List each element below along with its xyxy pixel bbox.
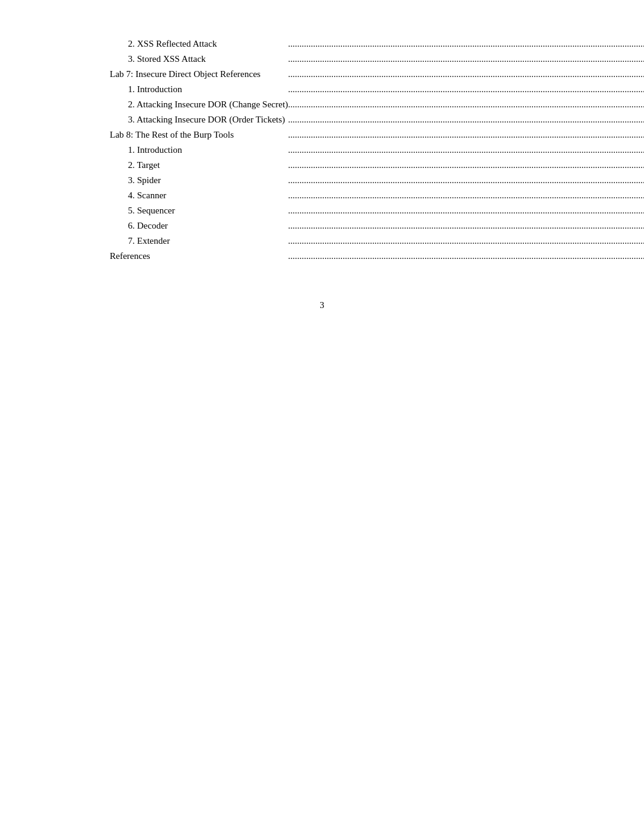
toc-row: 3. Stored XSS Attack67 <box>110 52 644 67</box>
toc-label: 3. Stored XSS Attack <box>110 52 288 67</box>
dot-leader <box>288 99 644 110</box>
dot-leader <box>288 130 644 140</box>
toc-label: Lab 8: The Rest of the Burp Tools <box>110 127 288 143</box>
dot-leader <box>288 54 644 64</box>
toc-row: References94 <box>110 249 644 264</box>
toc-row: 6. Decoder87 <box>110 218 644 233</box>
toc-row: 1. Introduction78 <box>110 143 644 158</box>
toc-label: Lab 7: Insecure Direct Object References <box>110 67 288 82</box>
toc-dots <box>288 249 644 264</box>
toc-row: 1. Introduction72 <box>110 82 644 97</box>
toc-label: 2. XSS Reflected Attack <box>110 36 288 52</box>
toc-row: 2. Target78 <box>110 158 644 173</box>
toc-dots <box>288 112 644 127</box>
toc-dots <box>288 188 644 203</box>
dot-leader <box>288 236 644 246</box>
toc-label: 1. Introduction <box>110 82 288 97</box>
toc-row: Lab 7: Insecure Direct Object References… <box>110 67 644 82</box>
toc-row: 2. Attacking Insecure DOR (Change Secret… <box>110 97 644 112</box>
toc-label: 7. Extender <box>110 233 288 249</box>
toc-row: Lab 8: The Rest of the Burp Tools78 <box>110 127 644 143</box>
toc-label: 5. Sequencer <box>110 203 288 218</box>
toc-dots <box>288 143 644 158</box>
page-footer: 3 <box>110 300 534 310</box>
toc-label: 1. Introduction <box>110 143 288 158</box>
toc-dots <box>288 233 644 249</box>
dot-leader <box>288 145 644 155</box>
dot-leader <box>288 221 644 231</box>
dot-leader <box>288 160 644 170</box>
dot-leader <box>288 190 644 201</box>
toc-dots <box>288 173 644 188</box>
toc-row: 2. XSS Reflected Attack61 <box>110 36 644 52</box>
toc-row: 4. Scanner84 <box>110 188 644 203</box>
toc-row: 3. Spider81 <box>110 173 644 188</box>
toc-dots <box>288 67 644 82</box>
dot-leader <box>288 175 644 186</box>
dot-leader <box>288 84 644 95</box>
page-number: 3 <box>320 300 324 310</box>
toc-dots <box>288 158 644 173</box>
dot-leader <box>288 39 644 49</box>
toc-label: 3. Attacking Insecure DOR (Order Tickets… <box>110 112 288 127</box>
toc-label: 4. Scanner <box>110 188 288 203</box>
toc-dots <box>288 127 644 143</box>
toc-label: 3. Spider <box>110 173 288 188</box>
page: 2. XSS Reflected Attack613. Stored XSS A… <box>86 0 558 359</box>
toc-dots <box>288 52 644 67</box>
dot-leader <box>288 251 644 261</box>
toc-label: 6. Decoder <box>110 218 288 233</box>
toc-dots <box>288 82 644 97</box>
toc-row: 5. Sequencer84 <box>110 203 644 218</box>
toc-row: 3. Attacking Insecure DOR (Order Tickets… <box>110 112 644 127</box>
dot-leader <box>288 69 644 79</box>
toc-table: 2. XSS Reflected Attack613. Stored XSS A… <box>110 36 644 264</box>
toc-label: 2. Attacking Insecure DOR (Change Secret… <box>110 97 288 112</box>
toc-label: 2. Target <box>110 158 288 173</box>
dot-leader <box>288 206 644 216</box>
toc-dots <box>288 97 644 112</box>
toc-row: 7. Extender88 <box>110 233 644 249</box>
toc-dots <box>288 36 644 52</box>
toc-dots <box>288 203 644 218</box>
toc-dots <box>288 218 644 233</box>
toc-label: References <box>110 249 288 264</box>
dot-leader <box>288 115 644 125</box>
